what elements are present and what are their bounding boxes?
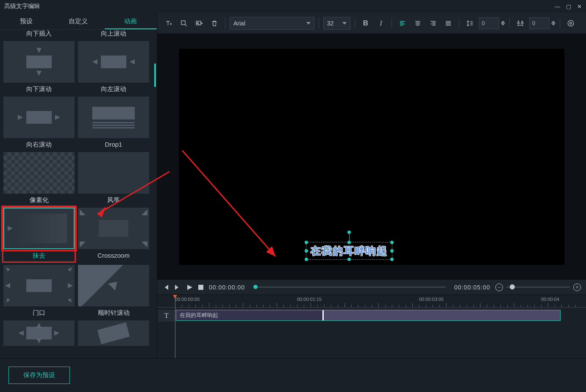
- tab-custom[interactable]: 自定义: [52, 13, 104, 29]
- italic-button[interactable]: I: [375, 17, 387, 30]
- tab-animation[interactable]: 动画: [105, 13, 157, 29]
- spinner-down[interactable]: [501, 23, 505, 25]
- seek-thumb[interactable]: [253, 285, 258, 289]
- svg-rect-9: [198, 285, 203, 290]
- playhead[interactable]: [175, 295, 175, 358]
- svg-rect-4: [181, 21, 185, 25]
- current-time: 00:00:00:00: [209, 284, 245, 291]
- line-height-input[interactable]: 0: [479, 17, 505, 29]
- left-panel: 预设 自定义 动画 向下插入 向上滚动 向下滚动: [0, 13, 157, 358]
- line-height-icon: [464, 17, 476, 30]
- svg-marker-1: [68, 267, 72, 272]
- right-panel: Arial 32 B I 0 0: [157, 13, 586, 358]
- align-right-button[interactable]: [427, 17, 439, 30]
- resize-handle[interactable]: [347, 241, 351, 244]
- scrollbar-thumb[interactable]: [154, 64, 156, 87]
- resize-handle[interactable]: [390, 258, 394, 261]
- preview-area[interactable]: 在我的耳畔响起: [157, 34, 586, 279]
- anim-tile-scroll-down[interactable]: 向下滚动: [3, 41, 75, 93]
- tab-preset[interactable]: 预设: [0, 13, 52, 29]
- svg-point-7: [570, 22, 572, 24]
- resize-handle[interactable]: [347, 258, 351, 261]
- align-center-button[interactable]: [411, 17, 424, 30]
- zoom-in-button[interactable]: +: [573, 284, 581, 291]
- anim-tile-doorway[interactable]: 门口: [3, 265, 75, 317]
- align-left-button[interactable]: [396, 17, 409, 30]
- anim-tile[interactable]: 向上滚动: [78, 30, 149, 38]
- svg-marker-3: [68, 298, 72, 302]
- font-select[interactable]: Arial: [230, 17, 314, 30]
- align-justify-button[interactable]: [442, 17, 455, 30]
- text-content[interactable]: 在我的耳畔响起: [311, 244, 388, 258]
- anim-tile-clockwise[interactable]: 顺时针滚动: [78, 265, 149, 317]
- anim-tile-crosszoom[interactable]: Crosszoom: [78, 208, 149, 261]
- save-preset-button[interactable]: 保存为预设: [8, 367, 70, 384]
- settings-icon[interactable]: [564, 17, 577, 30]
- resize-handle[interactable]: [305, 258, 308, 261]
- delete-icon[interactable]: [208, 17, 221, 30]
- chevron-down-icon: [342, 22, 347, 25]
- window-title: 高级文字编辑: [4, 3, 40, 10]
- text-toolbar: Arial 32 B I 0 0: [157, 13, 586, 34]
- spinner-down[interactable]: [551, 23, 555, 25]
- font-size-select[interactable]: 32: [323, 17, 350, 30]
- left-tabs: 预设 自定义 动画: [0, 13, 157, 30]
- bold-button[interactable]: B: [359, 17, 372, 30]
- seek-slider[interactable]: [253, 286, 446, 288]
- add-image-icon[interactable]: [193, 17, 206, 30]
- minimize-button[interactable]: —: [555, 3, 560, 10]
- resize-handle[interactable]: [305, 249, 308, 253]
- maximize-button[interactable]: ▢: [566, 3, 571, 10]
- zoom-out-button[interactable]: −: [495, 284, 503, 291]
- stop-button[interactable]: [198, 284, 204, 290]
- resize-handle[interactable]: [390, 241, 394, 244]
- add-text-icon[interactable]: [162, 17, 175, 30]
- preview-canvas[interactable]: 在我的耳畔响起: [179, 49, 564, 265]
- zoom-slider[interactable]: [506, 286, 570, 288]
- text-track: T 在我的耳畔响起: [157, 309, 586, 322]
- char-spacing-input[interactable]: 0: [529, 17, 555, 29]
- play-button[interactable]: [186, 284, 193, 291]
- clip-label: 在我的耳畔响起: [176, 310, 322, 320]
- window-controls: — ▢ ✕: [555, 3, 582, 10]
- close-button[interactable]: ✕: [577, 3, 582, 10]
- timeline-ruler[interactable]: 00:00:00:00 00:00:01:15 00:00:03:05 00:0…: [157, 295, 586, 308]
- rotate-handle[interactable]: [347, 231, 351, 234]
- text-element[interactable]: 在我的耳畔响起: [306, 242, 392, 260]
- track-header[interactable]: T: [158, 310, 175, 322]
- anim-tile-pixelate[interactable]: 像素化: [3, 152, 75, 204]
- anim-tile[interactable]: [3, 320, 75, 346]
- svg-marker-2: [6, 298, 10, 302]
- anim-tile-wipe[interactable]: 抹去: [3, 208, 75, 261]
- anim-tile-scroll-right[interactable]: 向右滚动: [3, 97, 75, 149]
- selection-tool-icon[interactable]: [178, 17, 190, 30]
- timeline-clip[interactable]: 在我的耳畔响起: [176, 310, 561, 321]
- prev-frame-button[interactable]: [162, 284, 169, 291]
- spinner-up[interactable]: [501, 21, 505, 23]
- timeline[interactable]: 00:00:00:00 00:00:01:15 00:00:03:05 00:0…: [157, 295, 586, 358]
- spinner-up[interactable]: [551, 21, 555, 23]
- playback-bar: 00:00:00:00 00:00:05:00 − +: [157, 279, 586, 295]
- resize-handle[interactable]: [390, 249, 394, 253]
- char-spacing-icon: [514, 17, 527, 30]
- svg-point-8: [568, 20, 574, 26]
- clip-segment[interactable]: [322, 310, 560, 320]
- duration-time: 00:00:05:00: [454, 284, 490, 291]
- anim-tile-kite[interactable]: 风筝: [78, 152, 149, 204]
- anim-tile[interactable]: 向下插入: [3, 30, 75, 38]
- anim-tile-scroll-left[interactable]: 向左滚动: [78, 41, 149, 93]
- anim-tile[interactable]: [78, 320, 149, 346]
- bottom-bar: 保存为预设: [0, 358, 586, 392]
- svg-marker-0: [6, 267, 10, 272]
- zoom-thumb[interactable]: [510, 284, 515, 289]
- animation-grid-scroll[interactable]: 向下插入 向上滚动 向下滚动 向左滚动: [0, 30, 157, 358]
- chevron-down-icon: [306, 22, 311, 25]
- title-bar: 高级文字编辑 — ▢ ✕: [0, 0, 586, 13]
- next-frame-button[interactable]: [174, 284, 181, 291]
- anim-tile-drop1[interactable]: Drop1: [78, 97, 149, 149]
- resize-handle[interactable]: [305, 241, 308, 244]
